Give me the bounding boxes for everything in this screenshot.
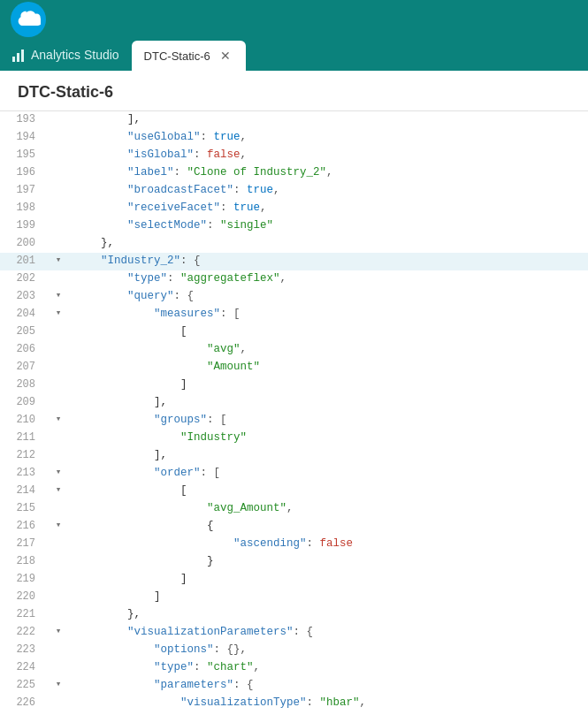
code-line-218: 218 } [0, 553, 588, 571]
line-content: ] [71, 571, 588, 588]
code-line-211: 211 "Industry" [0, 430, 588, 447]
line-number: 205 [0, 323, 46, 340]
line-number: 212 [0, 447, 46, 464]
line-content: "parameters": { [71, 677, 588, 694]
code-line-219: 219 ] [0, 571, 588, 589]
line-number: 196 [0, 164, 46, 181]
code-line-201: 201▾ "Industry_2": { [0, 253, 588, 270]
line-number: 215 [0, 500, 46, 517]
code-line-226: 226 "visualizationType": "hbar", [0, 695, 588, 710]
page-title-bar: DTC-Static-6 [0, 71, 588, 111]
line-number: 211 [0, 430, 46, 446]
line-content: "visualizationType": "hbar", [71, 695, 588, 710]
line-number: 210 [0, 412, 46, 429]
top-bar [0, 0, 588, 39]
collapse-toggle[interactable]: ▾ [46, 288, 71, 303]
line-content: "avg_Amount", [71, 500, 588, 517]
line-number: 200 [0, 235, 46, 252]
code-line-216: 216▾ { [0, 518, 588, 536]
line-number: 221 [0, 606, 46, 623]
line-number: 204 [0, 306, 46, 323]
line-number: 193 [0, 111, 46, 128]
collapse-toggle[interactable]: ▾ [46, 253, 71, 268]
code-line-196: 196 "label": "Clone of Industry_2", [0, 164, 588, 182]
code-line-197: 197 "broadcastFacet": true, [0, 182, 588, 200]
line-number: 222 [0, 624, 46, 641]
code-line-206: 206 "avg", [0, 341, 588, 359]
line-content: "selectMode": "single" [71, 217, 588, 234]
salesforce-logo [11, 2, 46, 37]
code-line-198: 198 "receiveFacet": true, [0, 200, 588, 217]
line-content: ] [71, 377, 588, 393]
line-content: "Amount" [71, 359, 588, 376]
line-content: }, [71, 235, 588, 252]
bar-chart-icon [12, 48, 24, 62]
collapse-toggle[interactable]: ▾ [46, 412, 71, 427]
line-content: "options": {}, [71, 642, 588, 658]
code-line-202: 202 "type": "aggregateflex", [0, 270, 588, 288]
tab-bar: Analytics Studio DTC-Static-6 ✕ [0, 39, 588, 71]
line-number: 194 [0, 129, 46, 146]
tab-analytics-studio[interactable]: Analytics Studio [0, 39, 132, 71]
code-line-222: 222▾ "visualizationParameters": { [0, 624, 588, 642]
line-content: "Industry" [71, 430, 588, 446]
line-content: "isGlobal": false, [71, 147, 588, 164]
code-line-217: 217 "ascending": false [0, 536, 588, 553]
line-number: 202 [0, 270, 46, 287]
code-line-224: 224 "type": "chart", [0, 659, 588, 677]
collapse-toggle[interactable]: ▾ [46, 624, 71, 639]
dtc-tab-label: DTC-Static-6 [144, 49, 210, 63]
line-number: 217 [0, 536, 46, 552]
line-content: ], [71, 394, 588, 411]
code-line-212: 212 ], [0, 447, 588, 465]
code-line-199: 199 "selectMode": "single" [0, 217, 588, 235]
line-content: "receiveFacet": true, [71, 200, 588, 217]
code-line-200: 200 }, [0, 235, 588, 253]
line-number: 198 [0, 200, 46, 217]
line-number: 225 [0, 677, 46, 694]
code-line-207: 207 "Amount" [0, 359, 588, 377]
code-line-194: 194 "useGlobal": true, [0, 129, 588, 147]
page-title: DTC-Static-6 [18, 83, 570, 102]
line-number: 218 [0, 553, 46, 570]
collapse-toggle[interactable]: ▾ [46, 677, 71, 692]
line-content: "broadcastFacet": true, [71, 182, 588, 199]
line-content: "useGlobal": true, [71, 129, 588, 146]
line-number: 199 [0, 217, 46, 234]
collapse-toggle[interactable]: ▾ [46, 518, 71, 533]
code-line-210: 210▾ "groups": [ [0, 412, 588, 430]
line-content: [ [71, 323, 588, 340]
tab-close-button[interactable]: ✕ [218, 48, 233, 64]
collapse-toggle[interactable]: ▾ [46, 483, 71, 498]
code-line-223: 223 "options": {}, [0, 642, 588, 659]
code-line-205: 205 [ [0, 323, 588, 341]
collapse-toggle[interactable]: ▾ [46, 306, 71, 321]
code-line-221: 221 }, [0, 606, 588, 624]
line-content: "type": "chart", [71, 659, 588, 676]
line-content: "type": "aggregateflex", [71, 270, 588, 287]
line-number: 224 [0, 659, 46, 676]
code-line-220: 220 ] [0, 589, 588, 606]
code-line-213: 213▾ "order": [ [0, 465, 588, 483]
line-number: 213 [0, 465, 46, 482]
code-line-208: 208 ] [0, 377, 588, 394]
line-content: "Industry_2": { [71, 253, 588, 270]
line-content: [ [71, 483, 588, 499]
line-content: ] [71, 589, 588, 605]
line-number: 209 [0, 394, 46, 411]
line-number: 206 [0, 341, 46, 358]
code-line-225: 225▾ "parameters": { [0, 677, 588, 695]
line-content: } [71, 553, 588, 570]
line-content: "visualizationParameters": { [71, 624, 588, 641]
line-number: 226 [0, 695, 46, 710]
line-number: 219 [0, 571, 46, 588]
code-line-193: 193 ], [0, 111, 588, 129]
line-content: ], [71, 111, 588, 128]
code-line-195: 195 "isGlobal": false, [0, 147, 588, 164]
analytics-tab-label: Analytics Studio [31, 48, 119, 62]
collapse-toggle[interactable]: ▾ [46, 465, 71, 480]
tab-dtc-static-6[interactable]: DTC-Static-6 ✕ [132, 41, 246, 71]
line-number: 220 [0, 589, 46, 605]
line-content: "label": "Clone of Industry_2", [71, 164, 588, 181]
line-number: 208 [0, 377, 46, 393]
